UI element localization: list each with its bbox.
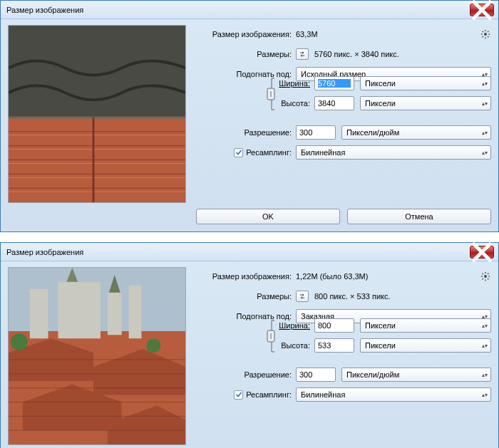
height-label: Высота: xyxy=(277,99,314,108)
resample-checkbox[interactable] xyxy=(234,390,243,400)
swap-icon xyxy=(299,293,306,300)
dialog-body: Размер изображения: 1,22M (было 63,3M) Р… xyxy=(1,261,498,448)
chevron-updown-icon: ▴▾ xyxy=(482,343,488,349)
height-unit-select[interactable]: Пиксели ▴▾ xyxy=(360,338,491,353)
settings-gear-button[interactable] xyxy=(480,28,491,40)
height-unit-value: Пиксели xyxy=(365,99,396,108)
close-icon xyxy=(470,241,493,264)
svg-point-17 xyxy=(146,338,160,353)
height-input[interactable] xyxy=(314,338,354,353)
image-size-dialog-2: Размер изображения xyxy=(0,242,499,448)
resolution-unit-value: Пиксели/дюйм xyxy=(346,128,399,137)
resample-method-select[interactable]: Билинейная ▴▾ xyxy=(296,145,491,160)
width-unit-select[interactable]: Пиксели ▴▾ xyxy=(360,318,491,333)
chevron-updown-icon: ▴▾ xyxy=(482,80,488,87)
image-size-value: 1,22M (было 63,3M) xyxy=(296,272,368,281)
width-label: Ширина: xyxy=(277,321,314,330)
dialog-title: Размер изображения xyxy=(6,248,83,256)
chevron-updown-icon: ▴▾ xyxy=(482,150,488,156)
height-unit-select[interactable]: Пиксели ▴▾ xyxy=(360,96,491,110)
settings-gear-button[interactable] xyxy=(480,271,491,282)
titlebar[interactable]: Размер изображения xyxy=(1,1,498,19)
preview-image xyxy=(9,26,185,202)
height-input[interactable] xyxy=(314,96,354,110)
cancel-button[interactable]: Отмена xyxy=(347,209,491,224)
resolution-label: Разрешение: xyxy=(196,370,296,379)
image-size-label: Размер изображения: xyxy=(196,272,296,281)
width-input[interactable] xyxy=(314,76,354,90)
svg-point-2 xyxy=(484,33,487,36)
resolution-input[interactable] xyxy=(296,368,336,382)
dimensions-label: Размеры: xyxy=(196,50,296,58)
svg-rect-6 xyxy=(30,289,48,338)
svg-rect-0 xyxy=(9,26,185,118)
swap-icon xyxy=(299,51,306,58)
close-button[interactable] xyxy=(470,246,494,259)
dimensions-unit-button[interactable] xyxy=(296,48,309,60)
preview-thumbnail[interactable] xyxy=(8,25,186,203)
dialog-title: Размер изображения xyxy=(6,6,83,14)
fields-panel: Размер изображения: 63,3M Размеры: xyxy=(196,25,491,203)
chevron-updown-icon: ▴▾ xyxy=(482,323,488,329)
dimensions-label: Размеры: xyxy=(196,292,296,301)
width-label: Ширина: xyxy=(277,79,314,88)
width-unit-value: Пиксели xyxy=(365,321,396,330)
resample-method-select[interactable]: Билинейная ▴▾ xyxy=(296,387,491,402)
resolution-unit-value: Пиксели/дюйм xyxy=(346,370,399,379)
dimensions-value: 5760 пикс. × 3840 пикс. xyxy=(314,50,399,58)
chevron-updown-icon: ▴▾ xyxy=(482,100,488,107)
image-size-dialog-1: Размер изображения xyxy=(0,0,499,232)
svg-rect-7 xyxy=(58,282,101,338)
dimensions-value: 800 пикс. × 533 пикс. xyxy=(314,292,391,301)
gear-icon xyxy=(480,29,490,39)
dimensions-unit-button[interactable] xyxy=(296,291,309,302)
resample-label: Ресамплинг: xyxy=(246,148,292,157)
resolution-unit-select[interactable]: Пиксели/дюйм ▴▾ xyxy=(341,368,491,382)
preview-thumbnail[interactable] xyxy=(8,267,186,445)
checkmark-icon xyxy=(235,391,242,398)
preview-image xyxy=(9,268,185,444)
resample-method-value: Билинейная xyxy=(301,390,345,399)
chevron-updown-icon: ▴▾ xyxy=(482,392,488,398)
constrain-link-icon[interactable] xyxy=(264,75,279,113)
width-input[interactable] xyxy=(314,318,354,333)
dialog-body: Размер изображения: 63,3M Размеры: xyxy=(1,19,498,231)
resample-label: Ресамплинг: xyxy=(246,390,292,399)
height-label: Высота: xyxy=(277,341,314,350)
constrain-link-icon[interactable] xyxy=(264,318,279,355)
fields-panel: Размер изображения: 1,22M (было 63,3M) Р… xyxy=(196,267,491,445)
checkmark-icon xyxy=(235,149,242,156)
image-size-label: Размер изображения: xyxy=(196,30,296,38)
ok-button[interactable]: OK xyxy=(196,209,340,224)
close-button[interactable] xyxy=(470,4,494,16)
image-size-value: 63,3M xyxy=(296,30,318,38)
gear-icon xyxy=(480,271,490,281)
width-unit-value: Пиксели xyxy=(365,79,396,88)
resolution-unit-select[interactable]: Пиксели/дюйм ▴▾ xyxy=(341,125,491,140)
resolution-label: Разрешение: xyxy=(196,128,296,137)
titlebar[interactable]: Размер изображения xyxy=(1,243,498,261)
resample-method-value: Билинейная xyxy=(301,148,345,157)
svg-rect-9 xyxy=(129,286,142,338)
chevron-updown-icon: ▴▾ xyxy=(482,372,488,378)
resample-checkbox[interactable] xyxy=(234,148,243,157)
resolution-input[interactable] xyxy=(296,125,336,140)
width-unit-select[interactable]: Пиксели ▴▾ xyxy=(360,76,491,90)
svg-rect-8 xyxy=(108,293,122,335)
close-icon xyxy=(470,0,493,21)
svg-point-16 xyxy=(11,333,28,350)
height-unit-value: Пиксели xyxy=(365,341,396,350)
svg-point-18 xyxy=(484,275,487,278)
chevron-updown-icon: ▴▾ xyxy=(482,130,488,136)
